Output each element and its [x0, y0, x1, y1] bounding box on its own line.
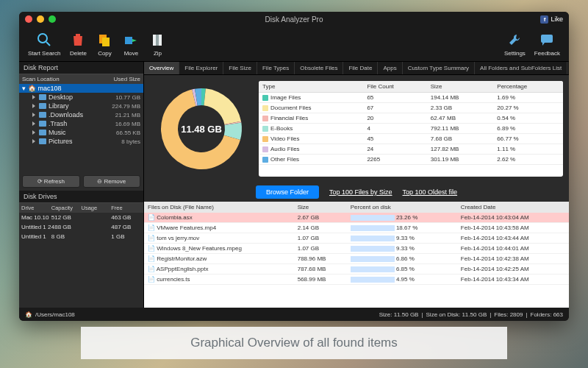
tab-file types[interactable]: File Types: [257, 62, 295, 74]
copy-icon: [96, 31, 113, 49]
svg-point-0: [38, 34, 47, 43]
start-search-button[interactable]: Start Search: [24, 29, 65, 59]
file-row[interactable]: 📄 Colombia.asx2.67 GB 23.26 %Feb-14-2014…: [144, 213, 569, 223]
svg-rect-7: [541, 35, 553, 43]
drive-row[interactable]: Untitled 1 2488 GB487 GB: [19, 222, 143, 232]
feedback-button[interactable]: Feedback: [530, 29, 564, 59]
facebook-like[interactable]: f Like: [540, 15, 563, 24]
drive-row[interactable]: Untitled 18 GB1 GB: [19, 232, 143, 241]
copy-button[interactable]: Copy: [91, 29, 118, 59]
drives-header: DriveCapacityUsageFree: [19, 203, 143, 213]
type-row[interactable]: Audio Files24127.82 MB1.11 %: [259, 144, 563, 155]
settings-button[interactable]: Settings: [500, 29, 530, 59]
type-row[interactable]: Other Files2265301.19 MB2.62 %: [259, 155, 563, 165]
move-icon: [122, 31, 140, 49]
type-row[interactable]: Image Files65194.14 MB1.69 %: [259, 93, 563, 103]
disk-drives-title: Disk Drives: [19, 191, 143, 203]
search-icon: [35, 31, 53, 49]
tree-header: Scan LocationUsed Size: [19, 74, 143, 84]
status-folders: Folders: 663: [531, 311, 563, 318]
titlebar: Disk Analyzer Pro f Like: [19, 12, 569, 26]
tab-file date[interactable]: File Date: [343, 62, 378, 74]
zoom-icon[interactable]: [49, 15, 56, 23]
action-row: Browse Folder Top 100 Files by Size Top …: [144, 183, 569, 202]
trash-icon: [69, 31, 87, 49]
sidebar: Disk Report Scan LocationUsed Size ▾ 🏠 m…: [19, 62, 144, 308]
type-row[interactable]: Video Files457.68 GB66.77 %: [259, 134, 563, 144]
status-disk: Size on Disk: 11.50 GB: [426, 311, 487, 318]
tab-apps[interactable]: Apps: [378, 62, 402, 74]
minimize-icon[interactable]: [37, 15, 44, 23]
tree-item[interactable]: Music66.55 KB: [19, 128, 143, 137]
tree-item[interactable]: .Trash16.69 MB: [19, 119, 143, 128]
file-row[interactable]: 📄 ASPpptEnglish.pptx787.68 MB 6.85 %Feb-…: [144, 264, 569, 275]
tab-all folders and subfolders list[interactable]: All Folders and SubFolders List: [475, 62, 567, 74]
tab-bar: OverviewFile ExplorerFile SizeFile Types…: [144, 62, 569, 75]
zip-icon: [148, 31, 166, 49]
wrench-icon: [506, 31, 523, 49]
file-row[interactable]: 📄 Windows 8_New Features.mpeg1.07 GB 9.3…: [144, 244, 569, 254]
file-row[interactable]: 📄 RegistrMonitor.azw788.96 MB 6.86 %Feb-…: [144, 254, 569, 264]
status-path: /Users/mac108: [35, 311, 75, 318]
zip-button[interactable]: Zip: [144, 29, 171, 59]
tree-root[interactable]: ▾ 🏠 mac108: [19, 84, 143, 93]
type-row[interactable]: Document Files672.33 GB20.27 %: [259, 103, 563, 113]
folder-tree[interactable]: ▾ 🏠 mac108 Desktop10.77 GB Library224.79…: [19, 84, 143, 172]
svg-line-1: [46, 42, 50, 46]
tree-item[interactable]: .Downloads21.21 MB: [19, 110, 143, 119]
tree-item[interactable]: Pictures8 bytes: [19, 137, 143, 146]
donut-chart: 11.48 GB: [150, 81, 253, 177]
tab-overview[interactable]: Overview: [144, 62, 179, 74]
delete-button[interactable]: Delete: [65, 29, 91, 59]
svg-rect-3: [102, 38, 110, 46]
top-oldest-link[interactable]: Top 100 Oldest file: [403, 188, 458, 196]
tab-custom type summary[interactable]: Custom Type Summary: [403, 62, 475, 74]
tab-file size[interactable]: File Size: [223, 62, 257, 74]
files-table[interactable]: Files on Disk (File Name) Size Percent o…: [144, 202, 569, 308]
svg-text:11.48 GB: 11.48 GB: [181, 124, 222, 135]
disk-report-title: Disk Report: [19, 62, 143, 74]
chat-icon: [538, 31, 556, 49]
drive-row[interactable]: Mac 10.10512 GB463 GB: [19, 213, 143, 222]
window-controls: [25, 15, 56, 23]
overview-section: 11.48 GB Type File Count Size Percentage…: [144, 75, 569, 183]
browse-folder-button[interactable]: Browse Folder: [256, 185, 319, 199]
close-icon[interactable]: [25, 15, 32, 23]
caption-banner: Graphical Overview of all found items: [81, 327, 507, 359]
facebook-icon: f: [540, 15, 548, 24]
file-row[interactable]: 📄 VMware Features.mp42.14 GB 18.67 %Feb-…: [144, 223, 569, 233]
file-row[interactable]: 📄 tom vs jerry.mov1.07 GB 9.33 %Feb-14-2…: [144, 233, 569, 244]
svg-rect-4: [125, 37, 132, 44]
window-title: Disk Analyzer Pro: [265, 15, 323, 24]
app-window: Disk Analyzer Pro f Like Start Search De…: [19, 12, 569, 321]
main-panel: OverviewFile ExplorerFile SizeFile Types…: [144, 62, 569, 308]
file-types-table: Type File Count Size Percentage Image Fi…: [259, 81, 563, 177]
top-size-link[interactable]: Top 100 Files by Size: [329, 188, 392, 196]
svg-rect-6: [156, 35, 159, 46]
drives-list[interactable]: Mac 10.10512 GB463 GBUntitled 1 2488 GB4…: [19, 213, 143, 308]
status-size: Size: 11.50 GB: [379, 311, 419, 318]
tab-file explorer[interactable]: File Explorer: [179, 62, 223, 74]
status-files: Files: 2809: [494, 311, 523, 318]
refresh-button[interactable]: ⟳ Refresh: [22, 175, 80, 188]
file-row[interactable]: 📄 currencies.ts568.99 MB 4.95 %Feb-14-20…: [144, 275, 569, 285]
type-row[interactable]: E-Books4792.11 MB6.89 %: [259, 124, 563, 134]
move-button[interactable]: Move: [118, 29, 144, 59]
status-bar: 🏠 /Users/mac108 Size: 11.50 GB| Size on …: [19, 308, 569, 321]
tree-item[interactable]: Library224.79 MB: [19, 102, 143, 110]
home-icon: 🏠: [25, 311, 32, 318]
type-row[interactable]: Financial Files2062.47 MB0.54 %: [259, 113, 563, 124]
tree-item[interactable]: Desktop10.77 GB: [19, 93, 143, 102]
tab-obsolete files[interactable]: Obsolete Files: [295, 62, 343, 74]
remove-button[interactable]: ⊖ Remove: [83, 175, 141, 188]
toolbar: Start Search Delete Copy Move Zip Settin…: [19, 26, 569, 62]
